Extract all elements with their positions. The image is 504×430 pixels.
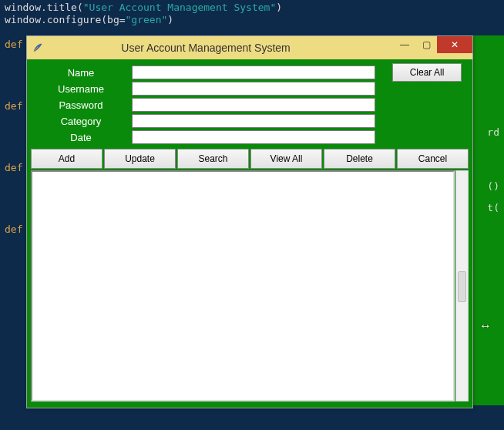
code-fragment: t( — [487, 202, 499, 213]
window-controls: — ▢ ✕ — [394, 36, 472, 53]
search-button[interactable]: Search — [177, 149, 249, 169]
window-title: User Account Management System — [49, 42, 394, 54]
close-button[interactable]: ✕ — [437, 36, 472, 53]
clear-all-button[interactable]: Clear All — [392, 63, 462, 82]
category-field[interactable] — [132, 114, 375, 128]
scrollbar-thumb[interactable] — [458, 271, 466, 302]
password-field[interactable] — [132, 98, 375, 112]
cancel-button[interactable]: Cancel — [397, 149, 469, 169]
name-field[interactable] — [132, 66, 375, 79]
label-category: Category — [30, 116, 132, 127]
label-name: Name — [30, 67, 132, 79]
delete-button[interactable]: Delete — [324, 149, 395, 169]
vertical-scrollbar[interactable] — [455, 170, 469, 401]
results-listbox[interactable] — [31, 170, 455, 401]
label-password: Password — [30, 99, 132, 111]
code-fragment: rd — [487, 126, 499, 138]
client-area: Name Clear All Username Password Categor… — [27, 59, 472, 408]
titlebar[interactable]: User Account Management System — ▢ ✕ — [27, 36, 472, 59]
background-green-strip — [473, 35, 504, 405]
view-all-button[interactable]: View All — [250, 149, 322, 169]
label-date: Date — [30, 132, 132, 143]
username-field[interactable] — [132, 82, 375, 96]
date-field[interactable] — [132, 130, 375, 144]
maximize-button[interactable]: ▢ — [415, 36, 437, 53]
code-fragment: () — [487, 180, 499, 192]
label-username: Username — [30, 83, 132, 95]
resize-horizontal-icon: ↔ — [479, 319, 492, 333]
toolbar: Add Update Search View All Delete Cancel — [30, 149, 469, 170]
app-window: User Account Management System — ▢ ✕ Nam… — [26, 35, 473, 408]
feather-icon — [32, 42, 44, 54]
listbox-area — [30, 170, 469, 405]
add-button[interactable]: Add — [31, 149, 102, 169]
form-area: Name Clear All Username Password Categor… — [30, 62, 469, 149]
update-button[interactable]: Update — [104, 149, 176, 169]
minimize-button[interactable]: — — [394, 36, 415, 53]
